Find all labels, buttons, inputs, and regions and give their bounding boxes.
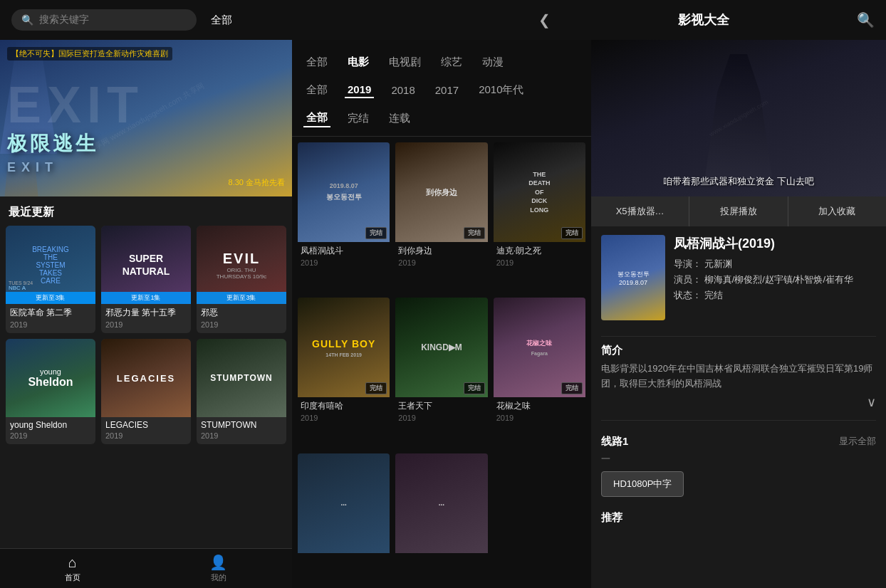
dropdown-poster-7: ... [298, 453, 390, 553]
filter-anime[interactable]: 动漫 [479, 54, 506, 70]
movie-badge-finished: 完结 [365, 382, 387, 394]
filter-status-row: 全部 完结 连载 [303, 104, 580, 133]
movie-badge-update: 更新至3集 [6, 292, 95, 304]
movie-poster-stumptown: STUMPTOWN [197, 339, 286, 417]
recent-grid: BREAKING THE SYSTEM TAKES CARE 更新至3集 NBC… [0, 226, 292, 450]
dropdown-movie-grid: 2019.8.07 봉오동전투 完结 xiaodu 凤梧洞战斗 2019 到你身… [292, 137, 591, 588]
movie-title: 医院革命 第二季 [6, 304, 95, 320]
list-item[interactable]: ... [298, 453, 390, 582]
banner-tag: 【绝不可失】国际巨资打造全新动作灾难喜剧 [7, 47, 172, 61]
dropdown-panel: 全部 电影 电视剧 综艺 动漫 全部 2019 2018 2017 2010年代… [292, 40, 591, 588]
search-icon: 🔍 [21, 14, 33, 26]
movie-year: 2019 [6, 320, 95, 333]
dropdown-movie-year [395, 557, 487, 562]
movie-synopsis: 电影背景以1920年在中国吉林省凤梧洞联合独立军摧毁日军第19师团，取得巨大胜利… [591, 362, 886, 392]
movie-poster-legacies: LEGACIES [101, 339, 191, 417]
nav-item-profile[interactable]: 👤 我的 [209, 554, 227, 583]
movie-badge-finished: 完结 [464, 382, 485, 394]
recommend-title: 推荐 [591, 504, 886, 529]
list-item[interactable]: KINGD▶M 完结 王者天下 2019 [395, 298, 487, 447]
filter-status-all[interactable]: 全部 [303, 110, 330, 127]
video-subtitle: 咱带着那些武器和独立资金 下山去吧 [591, 175, 886, 188]
filter-movie[interactable]: 电影 [345, 54, 372, 70]
divider-2 [601, 420, 876, 421]
dropdown-movie-title: 迪克·朗之死 [494, 242, 585, 258]
video-bg [591, 40, 886, 196]
dropdown-poster-5: KINGD▶M 完结 [395, 298, 487, 397]
dropdown-movie-year: 2019 [395, 414, 487, 426]
dropdown-movie-year [298, 557, 390, 562]
left-panel: 共享网 www.xiaodujsgeeh.com 共享网 【绝不可失】国际巨资打… [0, 40, 292, 548]
list-item[interactable]: 花椒之味 Fagara 完结 花椒之味 2019 [494, 298, 585, 447]
recent-section-header: 最近更新 [0, 196, 292, 226]
list-item[interactable]: STUMPTOWN STUMPTOWN 2019 [197, 339, 286, 444]
divider-1 [601, 336, 876, 337]
dropdown-poster-4: GULLY BOY 14TH FEB 2019 完结 [298, 298, 390, 397]
route-num: 一 [591, 453, 886, 471]
quality-buttons: HD1080P中字 [591, 471, 886, 504]
movie-year: 2019 [101, 431, 191, 444]
list-item[interactable]: BREAKING THE SYSTEM TAKES CARE 更新至3集 NBC… [6, 226, 95, 333]
movie-badge-finished: 完结 [561, 227, 583, 239]
list-item[interactable]: ... [395, 453, 487, 582]
movie-year: 2019 [197, 320, 286, 333]
filter-all[interactable]: 全部 [303, 54, 330, 70]
banner[interactable]: 共享网 www.xiaodujsgeeh.com 共享网 【绝不可失】国际巨资打… [0, 40, 292, 196]
movie-details: 凤梧洞战斗(2019) 导演： 元新渊 演员： 柳海真/柳俊烈/赵宇镇/朴智焕/… [674, 235, 876, 302]
movie-year: 2019 [197, 431, 286, 444]
dropdown-movie-title: 印度有嘻哈 [298, 397, 390, 414]
home-icon: ⌂ [68, 555, 77, 571]
filter-category-row: 全部 电影 电视剧 综艺 动漫 [303, 48, 580, 76]
dropdown-poster-6: 花椒之味 Fagara 完结 [494, 298, 585, 397]
show-more[interactable]: ∨ [591, 392, 886, 413]
cast-button[interactable]: 投屏播放 [689, 196, 788, 226]
movie-badge-update: 更新至1集 [101, 292, 191, 304]
list-item[interactable]: 到你身边 完结 到你身边 2019 [395, 142, 487, 292]
page-title: 影视大全 [678, 13, 729, 27]
list-item[interactable]: young Sheldon young Sheldon 2019 [6, 339, 95, 444]
filter-status-ongoing[interactable]: 连载 [386, 110, 413, 127]
filter-year-2010s[interactable]: 2010年代 [476, 82, 526, 98]
all-filter-label[interactable]: 全部 [211, 14, 232, 27]
list-item[interactable]: SUPERNATURAL 更新至1集 邪恶力量 第十五季 2019 [101, 226, 191, 333]
list-item[interactable]: GULLY BOY 14TH FEB 2019 完结 印度有嘻哈 2019 [298, 298, 390, 447]
quality-hd1080p[interactable]: HD1080P中字 [601, 471, 684, 497]
dropdown-movie-year: 2019 [494, 258, 585, 271]
video-controls: X5播放器… 投屏播放 加入收藏 [591, 196, 886, 226]
intro-title: 简介 [591, 344, 886, 362]
dropdown-poster-3: THEDEATHOFDICKLONG 完结 [494, 142, 585, 242]
filter-tv[interactable]: 电视剧 [386, 54, 424, 70]
list-item[interactable]: THEDEATHOFDICKLONG 完结 迪克·朗之死 2019 [494, 142, 585, 292]
dropdown-movie-year: 2019 [395, 258, 487, 271]
filter-year-2018[interactable]: 2018 [388, 83, 417, 98]
route-section: 线路1 显示全部 [591, 428, 886, 453]
back-button[interactable]: ❮ [538, 11, 551, 28]
filter-year-all[interactable]: 全部 [303, 82, 330, 98]
filter-year-2019[interactable]: 2019 [345, 82, 374, 98]
filter-year-2017[interactable]: 2017 [432, 83, 462, 98]
movie-year: 2019 [6, 431, 95, 444]
search-box[interactable]: 🔍 搜索关键字 [11, 9, 197, 31]
right-panel: www.xiaodujsgeeh.com 咱带着那些武器和独立资金 下山去吧 X… [591, 40, 886, 588]
nav-item-home[interactable]: ⌂ 首页 [65, 555, 80, 583]
movie-status: 状态： 完结 [674, 289, 876, 302]
bottom-nav: ⌂ 首页 👤 我的 [0, 548, 292, 588]
movie-badge-finished: 完结 [365, 227, 387, 239]
movie-badge-finished: 完结 [561, 382, 583, 394]
movie-info-section: 봉오동전투2019.8.07 凤梧洞战斗(2019) 导演： 元新渊 演员： 柳… [591, 226, 886, 329]
search-button[interactable]: 🔍 [857, 11, 875, 28]
profile-icon: 👤 [209, 554, 227, 571]
dropdown-movie-title: 凤梧洞战斗 [298, 242, 390, 258]
player-button[interactable]: X5播放器… [591, 196, 689, 226]
movie-badge-finished: 完结 [464, 227, 485, 239]
dropdown-poster-8: ... [395, 453, 487, 553]
list-item[interactable]: 2019.8.07 봉오동전투 完结 xiaodu 凤梧洞战斗 2019 [298, 142, 390, 292]
list-item[interactable]: LEGACIES LEGACIES 2019 [101, 339, 191, 444]
filter-variety[interactable]: 综艺 [438, 54, 465, 70]
filter-status-finished[interactable]: 完结 [345, 110, 372, 127]
list-item[interactable]: EVIL ORIG. THUTHURSDAYS 10/9c 更新至3集 邪恶 2… [197, 226, 286, 333]
dropdown-movie-title: 王者天下 [395, 397, 487, 414]
nav-home-label: 首页 [65, 572, 80, 583]
collect-button[interactable]: 加入收藏 [788, 196, 886, 226]
show-all-button[interactable]: 显示全部 [839, 435, 876, 448]
